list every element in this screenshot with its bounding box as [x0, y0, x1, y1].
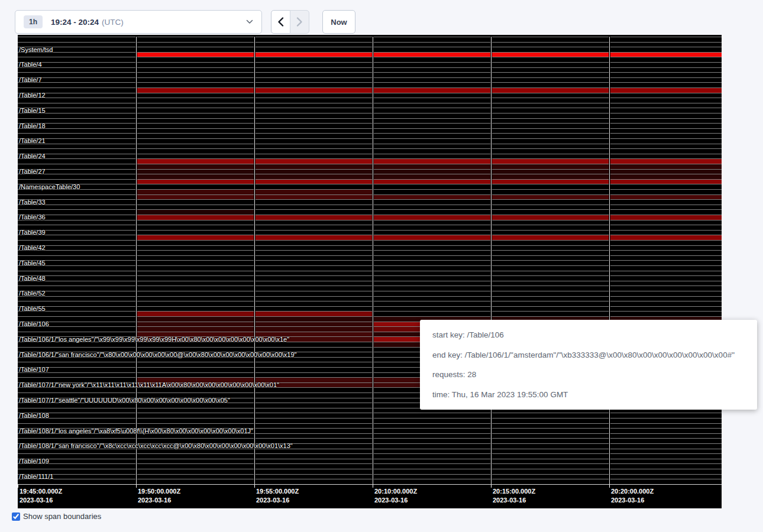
heatmap-row[interactable]	[18, 463, 722, 469]
heatmap-cell-band[interactable]	[136, 174, 722, 179]
heatmap-row[interactable]	[18, 245, 722, 251]
heatmap-row[interactable]	[18, 184, 722, 189]
heatmap-row[interactable]	[18, 240, 722, 245]
key-visualizer-canvas[interactable]: /System/tsd/Table/4/Table/7/Table/12/Tab…	[18, 35, 722, 508]
heatmap-row[interactable]	[18, 479, 722, 484]
heatmap-cell-band[interactable]	[136, 195, 722, 200]
heatmap-row[interactable]	[18, 93, 722, 98]
heatmap-row[interactable]	[18, 220, 722, 225]
bucket-boundary-line	[136, 37, 137, 484]
heatmap-row[interactable]	[18, 57, 722, 62]
time-nav-group	[271, 10, 309, 34]
row-label: /Table/108/1/"san francisco"/"\x8c\xcc\x…	[19, 443, 293, 449]
axis-date: 2023-03-16	[256, 496, 299, 505]
heatmap-row[interactable]	[18, 301, 722, 306]
heatmap-cell-band[interactable]	[136, 88, 722, 93]
heatmap-row[interactable]	[18, 296, 722, 301]
heatmap-row[interactable]	[18, 286, 722, 291]
heatmap-row[interactable]	[18, 306, 722, 312]
heatmap-row[interactable]	[18, 199, 722, 205]
heatmap-row[interactable]	[18, 138, 722, 144]
row-label: /Table/107	[19, 366, 49, 373]
heatmap-row[interactable]	[18, 82, 722, 87]
heatmap-row[interactable]	[18, 474, 722, 479]
heatmap-row[interactable]	[18, 72, 722, 77]
row-label: /Table/27	[19, 168, 46, 174]
axis-time: 20:10:00.000Z	[374, 487, 417, 496]
row-label: /Table/15	[19, 107, 46, 113]
row-label: /Table/106/1/"los angeles"/"\x99\x99\x99…	[19, 336, 289, 342]
heatmap-row[interactable]	[18, 271, 722, 276]
heatmap-row[interactable]	[18, 459, 722, 464]
heatmap-row[interactable]	[18, 418, 722, 423]
span-tooltip: start key: /Table/106 end key: /Table/10…	[420, 320, 757, 410]
heatmap-row[interactable]	[18, 469, 722, 474]
heatmap-row[interactable]	[18, 77, 722, 83]
heatmap-row[interactable]	[18, 42, 722, 47]
heatmap-row[interactable]	[18, 113, 722, 118]
row-label: /Table/39	[19, 229, 46, 236]
heatmap-cell-band[interactable]	[136, 235, 722, 240]
now-button[interactable]: Now	[322, 10, 355, 34]
tooltip-time: time: Thu, 16 Mar 2023 19:55:00 GMT	[432, 385, 745, 405]
footer: Show span boundaries	[12, 512, 101, 521]
heatmap-row[interactable]	[18, 433, 722, 439]
heatmap-row[interactable]	[18, 62, 722, 67]
heatmap-row[interactable]	[18, 128, 722, 134]
heatmap-cell-band[interactable]	[136, 164, 722, 169]
heatmap-row[interactable]	[18, 449, 722, 454]
heatmap-row[interactable]	[18, 47, 722, 52]
row-label: /Table/7	[19, 77, 42, 83]
heatmap-row[interactable]	[18, 144, 722, 149]
heatmap-row[interactable]	[18, 255, 722, 261]
heatmap-row[interactable]	[18, 260, 722, 265]
row-label: /Table/106/1/"san francisco"/"\x80\x00\x…	[19, 351, 297, 358]
heatmap-row[interactable]	[18, 37, 722, 42]
heatmap-row[interactable]	[18, 154, 722, 159]
row-label: /Table/111/1	[19, 473, 53, 479]
heatmap-row[interactable]	[18, 205, 722, 210]
heatmap-row[interactable]	[18, 103, 722, 108]
heatmap-row[interactable]	[18, 225, 722, 230]
heatmap-row[interactable]	[18, 123, 722, 128]
heatmap-row[interactable]	[18, 230, 722, 235]
time-range-label: 19:24 - 20:24	[51, 18, 99, 27]
heatmap-row[interactable]	[18, 98, 722, 103]
row-label: /Table/108	[19, 412, 49, 419]
heatmap-row[interactable]	[18, 250, 722, 255]
next-time-button[interactable]	[290, 10, 309, 34]
show-span-boundaries-label: Show span boundaries	[23, 512, 101, 521]
row-label: /Table/108/1/"los angeles"/"\xa8\xf5\u00…	[19, 427, 253, 434]
row-label: /Table/106	[19, 320, 49, 327]
axis-tick-label: 19:45:00.000Z2023-03-16	[20, 487, 62, 504]
axis-tick	[18, 485, 18, 488]
heatmap-row[interactable]	[18, 453, 722, 459]
heatmap-row[interactable]	[18, 118, 722, 124]
heatmap-cell-band[interactable]	[136, 215, 722, 220]
row-label: /Table/36	[19, 214, 46, 220]
bucket-boundary-line	[254, 37, 255, 484]
axis-tick-label: 20:10:00.000Z2023-03-16	[374, 487, 417, 504]
heatmap-cell-band[interactable]	[136, 159, 722, 164]
heatmap-row[interactable]	[18, 281, 722, 286]
heatmap-row[interactable]	[18, 148, 722, 154]
heatmap-cell-band[interactable]	[136, 210, 254, 215]
heatmap-row[interactable]	[18, 291, 722, 296]
heatmap-row[interactable]	[18, 265, 722, 271]
axis-tick	[136, 485, 137, 488]
heatmap-cell-band[interactable]	[136, 53, 722, 57]
axis-tick-label: 19:55:00.000Z2023-03-16	[256, 487, 299, 504]
prev-time-button[interactable]	[271, 10, 290, 34]
heatmap-row[interactable]	[18, 67, 722, 73]
heatmap-cell-band[interactable]	[136, 180, 722, 184]
heatmap-row[interactable]	[18, 275, 722, 281]
heatmap-row[interactable]	[18, 413, 722, 418]
time-range-selector[interactable]: 1h 19:24 - 20:24 (UTC)	[15, 10, 262, 34]
time-range-timezone: (UTC)	[102, 18, 124, 27]
heatmap-cell-band[interactable]	[136, 170, 722, 174]
show-span-boundaries-checkbox[interactable]	[12, 512, 20, 521]
heatmap-row[interactable]	[18, 209, 722, 215]
heatmap-row[interactable]	[18, 133, 722, 138]
row-label: /Table/107/1/"new york"/"\x11\x11\x11\x1…	[19, 382, 279, 388]
heatmap-row[interactable]	[18, 108, 722, 113]
